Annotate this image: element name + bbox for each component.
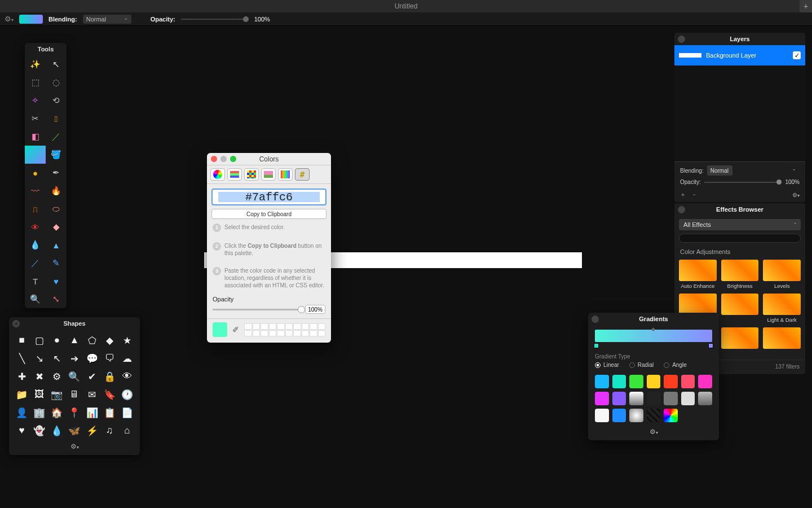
gradient-swatch[interactable] <box>19 15 43 24</box>
effect-item[interactable] <box>721 294 759 323</box>
shape-doc[interactable]: 📄 <box>120 405 134 420</box>
tool-lasso[interactable]: ⟲ <box>46 91 67 110</box>
current-color-swatch[interactable] <box>213 322 227 337</box>
shape-arrow[interactable]: ➔ <box>67 351 81 366</box>
shape-search[interactable]: 🔍 <box>67 369 81 384</box>
shape-circle[interactable]: ● <box>50 333 64 348</box>
tool-heal[interactable]: ◆ <box>46 218 67 236</box>
tool-paint-bucket[interactable]: 🪣 <box>46 146 67 164</box>
gradient-preset[interactable] <box>664 392 678 405</box>
effect-item[interactable] <box>763 327 801 351</box>
effect-item[interactable]: Levels <box>763 260 801 289</box>
shape-pentagon[interactable]: ⬠ <box>85 333 99 348</box>
close-icon[interactable]: ✕ <box>12 320 20 327</box>
add-tab-button[interactable]: + <box>800 0 812 12</box>
gradient-preset[interactable] <box>664 375 678 388</box>
tool-eraser[interactable]: ◧ <box>25 128 46 146</box>
shape-camera[interactable]: 📷 <box>50 387 64 402</box>
shape-star[interactable]: ★ <box>120 333 134 348</box>
shape-check[interactable]: ✔ <box>85 369 99 384</box>
shape-square[interactable]: ■ <box>15 333 29 348</box>
gradient-preset[interactable] <box>629 392 643 405</box>
gradient-preset[interactable] <box>595 375 609 388</box>
shape-drop[interactable]: 💧 <box>50 423 64 438</box>
gradient-type-angle[interactable]: Angle <box>664 362 687 368</box>
tool-coin[interactable]: ● <box>25 164 46 182</box>
shape-folder[interactable]: 📁 <box>15 387 29 402</box>
tool-magic-select[interactable]: ✧ <box>25 91 46 110</box>
shape-list[interactable]: 📋 <box>103 405 117 420</box>
tool-pen[interactable]: ✒ <box>46 164 67 182</box>
shape-speech-round[interactable]: 🗨 <box>103 351 117 366</box>
blending-select[interactable]: Normal <box>83 15 131 24</box>
tool-color-picker[interactable]: ⤡ <box>46 290 67 308</box>
color-tab-image[interactable] <box>261 168 276 181</box>
tool-heart[interactable]: ♥ <box>46 272 67 290</box>
layer-blending-select[interactable]: Normal <box>707 165 732 176</box>
shape-mail[interactable]: ✉ <box>85 387 99 402</box>
gradient-preview[interactable]: ◆ <box>595 330 712 342</box>
effect-item[interactable]: Brightness <box>721 260 759 289</box>
gradient-preset[interactable] <box>681 392 695 405</box>
tool-move[interactable]: ↖ <box>46 55 67 73</box>
gradient-preset[interactable] <box>647 392 661 405</box>
shape-image[interactable]: 🖼 <box>32 387 46 402</box>
tool-sharpen[interactable]: ▲ <box>46 236 67 254</box>
close-icon[interactable] <box>678 36 685 43</box>
copy-to-clipboard-button[interactable]: Copy to Clipboard <box>211 209 326 219</box>
tool-marquee[interactable]: ⬚ <box>25 73 46 91</box>
gradient-preset[interactable] <box>612 409 626 422</box>
shape-x[interactable]: ✖ <box>32 369 46 384</box>
shape-line[interactable]: ╲ <box>15 351 29 366</box>
tool-brush[interactable]: ／ <box>46 128 67 146</box>
shape-clock[interactable]: 🕐 <box>120 387 134 402</box>
shape-rounded[interactable]: ▢ <box>32 333 46 348</box>
gradient-preset[interactable] <box>698 375 712 388</box>
gradient-stop-left[interactable] <box>594 343 599 348</box>
layer-add-icon[interactable]: ＋ <box>680 191 686 199</box>
shape-monitor[interactable]: 🖥 <box>67 387 81 402</box>
shape-lock[interactable]: 🔒 <box>103 369 117 384</box>
close-icon[interactable] <box>592 316 599 323</box>
gradient-preset[interactable] <box>629 375 643 388</box>
layer-opacity-slider[interactable] <box>704 182 782 183</box>
shape-speech[interactable]: 💬 <box>85 351 99 366</box>
opacity-slider[interactable] <box>181 15 249 23</box>
color-tab-hex[interactable]: # <box>295 168 310 181</box>
gradient-preset[interactable] <box>664 409 678 422</box>
tool-text[interactable]: T <box>25 272 46 290</box>
tool-magic-wand[interactable]: ✨ <box>25 55 46 73</box>
gradient-type-linear[interactable]: Linear <box>595 362 619 368</box>
shape-music[interactable]: ♫ <box>103 423 117 438</box>
effect-item[interactable] <box>721 327 759 351</box>
effect-item[interactable]: Light & Dark <box>763 294 801 323</box>
shape-bolt[interactable]: ⚡ <box>85 423 99 438</box>
shape-bookmark[interactable]: 🔖 <box>103 387 117 402</box>
layer-row[interactable]: Background Layer ✓ <box>674 45 805 65</box>
gradient-preset[interactable] <box>698 392 712 405</box>
effects-filter-select[interactable]: All Effects <box>679 219 801 230</box>
traffic-max[interactable] <box>230 156 236 162</box>
hex-input[interactable] <box>211 189 326 205</box>
gradient-preset[interactable] <box>647 409 661 422</box>
tool-zoom[interactable]: 🔍 <box>25 290 46 308</box>
shape-triangle[interactable]: ▲ <box>67 333 81 348</box>
effects-search[interactable] <box>679 234 801 243</box>
tool-stamp[interactable]: ⎍ <box>25 200 46 218</box>
tool-line[interactable]: ／ <box>25 254 46 272</box>
gradient-preset[interactable] <box>595 392 609 405</box>
tool-eyedropper[interactable]: 𓏭 <box>46 110 67 128</box>
traffic-min[interactable] <box>220 156 227 162</box>
gradient-type-radial[interactable]: Radial <box>629 362 654 368</box>
shape-user[interactable]: 👤 <box>15 405 29 420</box>
tool-smudge[interactable]: 〰 <box>25 182 46 200</box>
shape-butterfly[interactable]: 🦋 <box>67 423 81 438</box>
shape-arrow-back[interactable]: ↖ <box>50 351 64 366</box>
color-opacity-slider[interactable] <box>213 309 302 310</box>
layer-visible-checkbox[interactable]: ✓ <box>793 51 801 59</box>
traffic-close[interactable] <box>211 156 217 162</box>
tool-crop[interactable]: ✂ <box>25 110 46 128</box>
effect-item[interactable]: Auto Enhance <box>679 260 717 289</box>
gradient-preset[interactable] <box>612 392 626 405</box>
gradient-preset[interactable] <box>629 409 643 422</box>
